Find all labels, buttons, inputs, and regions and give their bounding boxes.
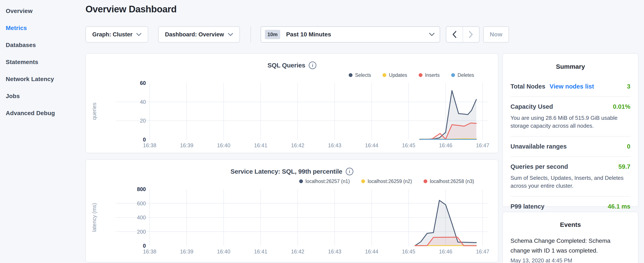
- events-title: Events: [510, 221, 630, 228]
- svg-text:16:44: 16:44: [365, 248, 378, 254]
- legend-label: localhost:26258 (n3): [430, 178, 474, 184]
- svg-text:0: 0: [143, 137, 146, 143]
- graph-dropdown-label: Graph: Cluster: [92, 31, 132, 38]
- chevron-down-icon: [136, 33, 142, 36]
- events-panel: Events Schema Change Completed: Schema c…: [502, 212, 638, 263]
- legend-label: Selects: [355, 72, 371, 78]
- summary-title: Summary: [510, 63, 630, 70]
- controls-divider: [250, 26, 251, 43]
- sidebar-item-databases[interactable]: Databases: [0, 37, 85, 54]
- info-icon[interactable]: i: [309, 62, 316, 69]
- summary-row-queries-per-second: Queries per second 59.7 Sum of Selects, …: [510, 157, 630, 197]
- summary-description: Sum of Selects, Updates, Inserts, and De…: [510, 174, 630, 190]
- summary-value: 0.01%: [613, 103, 630, 110]
- legend-item[interactable]: Selects: [349, 72, 371, 78]
- svg-text:16:39: 16:39: [180, 142, 194, 148]
- svg-text:16:40: 16:40: [217, 142, 230, 148]
- sidebar-item-metrics[interactable]: Metrics: [0, 20, 85, 37]
- summary-value: 46.1 ms: [608, 203, 630, 210]
- legend-dot: [299, 179, 303, 183]
- legend-label: Inserts: [425, 72, 440, 78]
- event-message[interactable]: Schema Change Completed: Schema change w…: [510, 236, 630, 255]
- chart-title: SQL Queries: [268, 62, 305, 69]
- chart-plot: 0200400600800latency (ms)16:3816:3916:40…: [86, 187, 498, 255]
- legend-label: Updates: [389, 72, 407, 78]
- legend-item[interactable]: localhost:26258 (n3): [424, 178, 474, 184]
- svg-text:latency (ms): latency (ms): [91, 203, 97, 232]
- svg-text:16:42: 16:42: [291, 248, 304, 254]
- summary-panel: Summary Total Nodes View nodes list 3 Ca…: [502, 53, 638, 207]
- svg-text:16:46: 16:46: [439, 248, 452, 254]
- svg-text:16:41: 16:41: [254, 142, 268, 148]
- chevron-down-icon: [429, 33, 434, 36]
- sidebar: Overview Metrics Databases Statements Ne…: [0, 0, 85, 263]
- chart-plot: 0204060queries16:3816:3916:4016:4116:421…: [86, 81, 498, 149]
- time-range-badge: 10m: [265, 30, 280, 39]
- view-nodes-list-link[interactable]: View nodes list: [550, 83, 594, 90]
- chevron-down-icon: [228, 33, 233, 36]
- legend-item[interactable]: Deletes: [451, 72, 474, 78]
- right-column: Summary Total Nodes View nodes list 3 Ca…: [502, 53, 638, 263]
- legend-dot: [419, 73, 422, 77]
- main-content: Overview Dashboard Graph: Cluster Dashbo…: [85, 0, 644, 263]
- svg-text:16:47: 16:47: [476, 142, 490, 148]
- svg-text:800: 800: [137, 187, 146, 192]
- sql-queries-chart-card: SQL Queries i SelectsUpdatesInsertsDelet…: [86, 53, 498, 153]
- svg-text:16:43: 16:43: [328, 142, 342, 148]
- svg-text:16:45: 16:45: [402, 142, 416, 148]
- svg-text:60: 60: [140, 81, 146, 86]
- legend-dot: [451, 73, 455, 77]
- legend-dot: [382, 73, 386, 77]
- sidebar-item-statements[interactable]: Statements: [0, 54, 85, 71]
- charts-column: SQL Queries i SelectsUpdatesInsertsDelet…: [86, 53, 498, 262]
- info-icon[interactable]: i: [346, 168, 353, 175]
- time-range-dropdown[interactable]: 10m Past 10 Minutes: [261, 26, 440, 43]
- summary-label: Queries per second: [510, 163, 568, 170]
- svg-text:400: 400: [137, 214, 146, 220]
- service-latency-chart-card: Service Latency: SQL, 99th percentile i …: [86, 159, 498, 262]
- svg-text:20: 20: [140, 118, 146, 124]
- event-timestamp: May 13, 2020 at 4:45 PM: [510, 257, 630, 263]
- legend-item[interactable]: Updates: [382, 72, 407, 78]
- svg-text:16:43: 16:43: [328, 248, 342, 254]
- sidebar-item-jobs[interactable]: Jobs: [0, 88, 85, 105]
- svg-text:16:47: 16:47: [476, 248, 490, 254]
- time-step-buttons: [446, 26, 480, 43]
- svg-text:16:45: 16:45: [402, 248, 416, 254]
- summary-label: Capacity Used: [510, 103, 553, 110]
- svg-text:40: 40: [140, 99, 146, 105]
- legend-item[interactable]: localhost:26259 (n2): [361, 178, 412, 184]
- svg-text:16:40: 16:40: [217, 248, 230, 254]
- controls-row: Graph: Cluster Dashboard: Overview 10m P…: [86, 26, 638, 43]
- legend-dot: [349, 73, 352, 77]
- svg-text:600: 600: [137, 200, 146, 206]
- sidebar-item-overview[interactable]: Overview: [0, 3, 85, 20]
- svg-text:16:42: 16:42: [291, 142, 304, 148]
- chart-legend: SelectsUpdatesInsertsDeletes: [86, 72, 474, 78]
- time-range-label: Past 10 Minutes: [286, 31, 429, 38]
- legend-item[interactable]: localhost:26257 (n1): [299, 178, 350, 184]
- dashboard-dropdown[interactable]: Dashboard: Overview: [158, 26, 240, 43]
- summary-label: P99 latency: [510, 203, 544, 210]
- next-time-button[interactable]: [463, 27, 479, 42]
- summary-row-unavailable-ranges: Unavailable ranges 0: [510, 137, 630, 157]
- svg-text:16:38: 16:38: [143, 248, 156, 254]
- graph-dropdown[interactable]: Graph: Cluster: [86, 26, 148, 43]
- sidebar-item-network-latency[interactable]: Network Latency: [0, 71, 85, 88]
- sidebar-item-advanced-debug[interactable]: Advanced Debug: [0, 105, 85, 122]
- legend-dot: [424, 179, 427, 183]
- summary-row-capacity-used: Capacity Used 0.01% You are using 28.6 M…: [510, 97, 630, 137]
- svg-text:0: 0: [143, 243, 146, 249]
- page-title: Overview Dashboard: [86, 4, 638, 15]
- now-button[interactable]: Now: [483, 26, 509, 43]
- app-root: Overview Metrics Databases Statements Ne…: [0, 0, 644, 263]
- prev-time-button[interactable]: [446, 27, 463, 42]
- summary-value: 0: [627, 143, 630, 150]
- legend-label: localhost:26259 (n2): [368, 178, 412, 184]
- legend-item[interactable]: Inserts: [419, 72, 440, 78]
- summary-description: You are using 28.6 MiB of 515.9 GiB usab…: [510, 114, 630, 130]
- svg-text:16:46: 16:46: [439, 142, 452, 148]
- svg-text:16:41: 16:41: [254, 248, 268, 254]
- summary-label: Total Nodes: [510, 83, 545, 90]
- now-button-label: Now: [490, 31, 502, 38]
